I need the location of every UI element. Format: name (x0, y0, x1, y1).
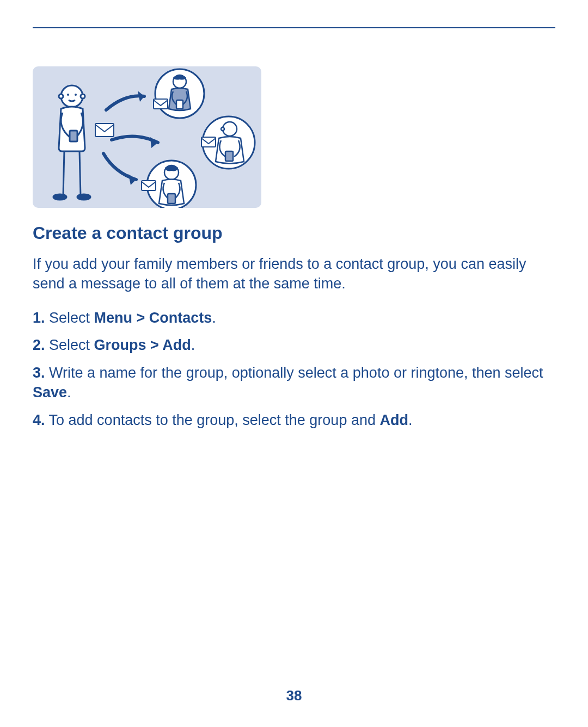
svg-point-0 (61, 85, 83, 107)
step-text-pre: To add contacts to the group, select the… (45, 412, 380, 428)
step-text-pre: Write a name for the group, optionally s… (45, 365, 543, 381)
top-divider (33, 27, 555, 28)
step-number: 3. (33, 365, 45, 381)
step-text-post: . (212, 310, 216, 326)
svg-rect-15 (154, 99, 168, 109)
svg-marker-10 (150, 137, 158, 148)
contact-group-illustration (33, 66, 261, 208)
svg-point-7 (77, 194, 90, 200)
svg-point-1 (59, 94, 63, 98)
step-3: 3. Write a name for the group, optionall… (33, 363, 555, 403)
svg-point-3 (67, 94, 69, 96)
intro-paragraph: If you add your family members or friend… (33, 254, 555, 294)
svg-point-2 (81, 94, 85, 98)
step-text-pre: Select (45, 337, 94, 353)
step-text-post: . (191, 337, 195, 353)
step-bold: Add (379, 412, 408, 428)
svg-rect-24 (142, 181, 156, 190)
svg-point-18 (221, 127, 224, 131)
section-heading: Create a contact group (33, 223, 555, 243)
step-number: 4. (33, 412, 45, 428)
step-number: 2. (33, 337, 45, 353)
svg-rect-8 (95, 124, 114, 137)
step-1: 1. Select Menu > Contacts. (33, 308, 555, 328)
svg-rect-19 (225, 151, 233, 161)
svg-rect-5 (70, 131, 77, 141)
step-text-post: . (408, 412, 413, 428)
step-text-pre: Select (45, 310, 94, 326)
svg-rect-23 (168, 194, 175, 204)
step-text-post: . (67, 384, 71, 401)
step-bold: Groups > Add (94, 337, 191, 353)
step-bold: Menu > Contacts (94, 310, 212, 326)
step-bold: Save (33, 384, 67, 401)
step-number: 1. (33, 310, 45, 326)
step-4: 4. To add contacts to the group, select … (33, 410, 555, 430)
svg-rect-14 (176, 100, 183, 109)
svg-rect-20 (201, 137, 216, 147)
step-2: 2. Select Groups > Add. (33, 335, 555, 355)
svg-point-4 (75, 94, 77, 96)
svg-point-6 (53, 194, 66, 200)
svg-marker-11 (128, 174, 136, 185)
page-number: 38 (0, 687, 588, 704)
